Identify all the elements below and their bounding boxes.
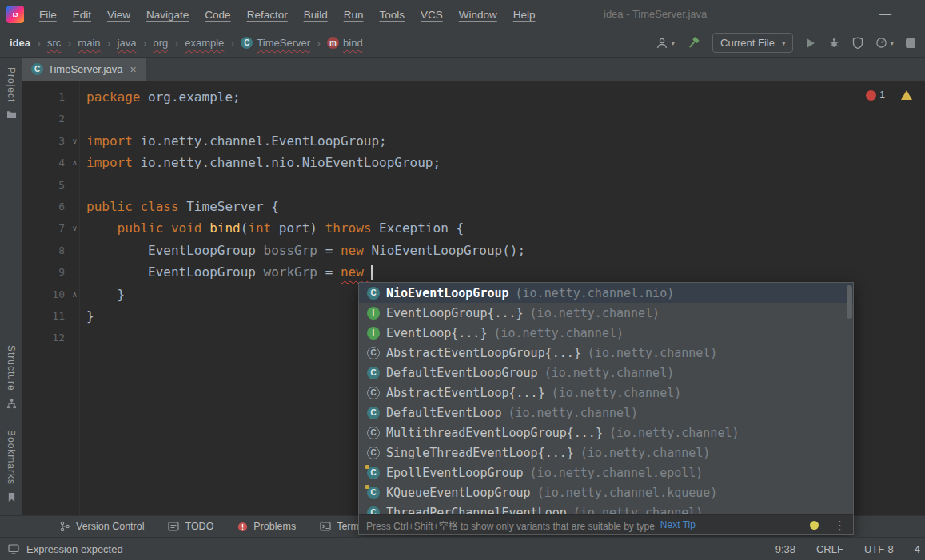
- menu-tools[interactable]: Tools: [372, 6, 412, 23]
- tab-timeserver-java[interactable]: C TimeServer.java ×: [22, 58, 146, 81]
- completion-name: ThreadPerChannelEventLoop: [386, 506, 567, 515]
- bug-icon: [828, 37, 840, 49]
- stop-icon: [906, 38, 915, 48]
- tool-button-problems[interactable]: Problems: [237, 521, 296, 532]
- completion-item[interactable]: IEventLoop{...}(io.netty.channel): [359, 323, 853, 343]
- line-number: 12: [52, 332, 65, 344]
- completion-item[interactable]: CThreadPerChannelEventLoop(io.netty.chan…: [359, 502, 853, 514]
- tool-button-label: Version Control: [76, 521, 144, 532]
- breadcrumb-label: src: [47, 37, 61, 49]
- class-icon: C: [31, 63, 43, 75]
- profiler-button[interactable]: ▾: [875, 37, 894, 49]
- line-separator[interactable]: CRLF: [816, 543, 843, 555]
- menu-edit[interactable]: Edit: [66, 6, 98, 23]
- next-tip-link[interactable]: Next Tip: [660, 519, 696, 530]
- breadcrumb-item-example[interactable]: example: [185, 37, 224, 49]
- debug-button[interactable]: [828, 37, 840, 49]
- code-line: import io.netty.channel.nio.NioEventLoop…: [86, 152, 925, 173]
- inspections-widget[interactable]: 1: [866, 89, 912, 101]
- indent-info[interactable]: 4: [915, 543, 920, 555]
- completion-item[interactable]: CAbstractEventLoop{...}(io.netty.channel…: [359, 383, 853, 403]
- fold-marker-icon[interactable]: ∧: [72, 152, 78, 173]
- completion-package: (io.netty.channel): [588, 346, 718, 360]
- tool-button-bookmarks[interactable]: Bookmarks: [6, 430, 17, 502]
- class-icon: C: [367, 347, 380, 359]
- close-icon[interactable]: ×: [130, 63, 136, 76]
- menu-file[interactable]: File: [32, 6, 64, 23]
- completion-name: EpollEventLoopGroup: [386, 466, 524, 480]
- tool-window-switcher-icon[interactable]: [8, 544, 19, 554]
- breadcrumb-item-timeserver[interactable]: CTimeServer: [241, 37, 310, 49]
- chevron-right-icon: ›: [37, 37, 41, 49]
- tool-button-structure[interactable]: Structure: [6, 345, 17, 409]
- line-number: 10: [52, 288, 65, 300]
- run-button[interactable]: [805, 38, 816, 49]
- ide-window: IJ FileEditViewNavigateCodeRefactorBuild…: [0, 0, 925, 560]
- user-account-button[interactable]: ▾: [656, 37, 675, 50]
- menu-vcs[interactable]: VCS: [413, 6, 450, 23]
- gutter-line: 10∧: [22, 284, 79, 305]
- menu-navigate[interactable]: Navigate: [139, 6, 196, 23]
- menu-refactor[interactable]: Refactor: [240, 6, 295, 23]
- breadcrumb-item-src[interactable]: src: [47, 37, 61, 49]
- chevron-right-icon: ›: [174, 37, 178, 49]
- completion-item[interactable]: CEpollEventLoopGroup(io.netty.channel.ep…: [359, 463, 853, 483]
- fold-marker-icon[interactable]: ∧: [72, 284, 78, 305]
- minimize-button[interactable]: —: [879, 0, 891, 29]
- interface-icon: I: [367, 327, 380, 340]
- completion-package: (io.netty.channel): [552, 386, 682, 400]
- line-number: 9: [58, 266, 65, 278]
- breadcrumb-item-java[interactable]: java: [118, 37, 137, 49]
- completion-item[interactable]: CDefaultEventLoop(io.netty.channel): [359, 403, 853, 423]
- fold-marker-icon[interactable]: ∨: [72, 217, 78, 239]
- gutter-line: 8: [22, 240, 79, 261]
- completion-item[interactable]: CMultithreadEventLoopGroup{...}(io.netty…: [359, 423, 853, 443]
- run-toolbar: ▾ Current File ▾ ▾: [656, 33, 915, 53]
- tool-button-project[interactable]: Project: [6, 67, 17, 119]
- caret-position[interactable]: 9:38: [775, 543, 795, 555]
- completion-scrollbar[interactable]: [847, 285, 852, 319]
- code-line: public class TimeServer {: [86, 196, 925, 217]
- menu-build[interactable]: Build: [297, 6, 335, 23]
- breadcrumb-item-org[interactable]: org: [153, 37, 168, 49]
- menu-help[interactable]: Help: [506, 6, 543, 23]
- breadcrumb-label: TimeServer: [257, 37, 310, 49]
- build-button[interactable]: [687, 36, 700, 50]
- navigation-bar: idea›src›main›java›org›example›CTimeServ…: [0, 29, 925, 58]
- line-number: 6: [58, 201, 65, 212]
- lightbulb-icon[interactable]: [810, 521, 819, 530]
- breadcrumb-item-idea[interactable]: idea: [10, 37, 30, 49]
- code-token: EventLoopGroup: [148, 264, 264, 280]
- code-token: import: [86, 155, 140, 170]
- code-token: new: [341, 264, 372, 280]
- completion-item[interactable]: CSingleThreadEventLoop{...}(io.netty.cha…: [359, 443, 853, 463]
- code-token: io.netty.channel.nio.NioEventLoopGroup;: [140, 155, 441, 170]
- breadcrumb-item-main[interactable]: main: [78, 37, 100, 49]
- menu-bar: FileEditViewNavigateCodeRefactorBuildRun…: [32, 6, 543, 23]
- more-options-icon[interactable]: ⋮: [834, 519, 846, 531]
- breadcrumb-item-bind[interactable]: mbind: [327, 37, 363, 49]
- run-configuration-select[interactable]: Current File ▾: [712, 33, 793, 53]
- completion-item[interactable]: CDefaultEventLoopGroup(io.netty.channel): [359, 363, 853, 383]
- completion-item[interactable]: CNioEventLoopGroup(io.netty.channel.nio): [359, 283, 853, 303]
- tab-label: TimeServer.java: [48, 63, 122, 75]
- completion-item[interactable]: CKQueueEventLoopGroup(io.netty.channel.k…: [359, 483, 853, 502]
- breadcrumb-label: idea: [10, 37, 30, 49]
- completion-package: (io.netty.channel.kqueue): [537, 486, 718, 500]
- run-with-coverage-button[interactable]: [852, 37, 863, 49]
- completion-item[interactable]: IEventLoopGroup{...}(io.netty.channel): [359, 303, 853, 323]
- menu-code[interactable]: Code: [197, 6, 237, 23]
- intellij-logo-icon: IJ: [6, 6, 24, 23]
- tool-button-todo[interactable]: TODO: [168, 521, 213, 532]
- stop-button[interactable]: [906, 38, 915, 48]
- completion-item[interactable]: CAbstractEventLoopGroup{...}(io.netty.ch…: [359, 343, 853, 363]
- code-token: package: [86, 89, 148, 105]
- fold-marker-icon[interactable]: ∨: [72, 130, 78, 152]
- warning-icon: [901, 90, 912, 100]
- completion-name: NioEventLoopGroup: [386, 286, 509, 300]
- tool-button-version-control[interactable]: Version Control: [59, 521, 144, 532]
- file-encoding[interactable]: UTF-8: [864, 543, 894, 555]
- menu-run[interactable]: Run: [337, 6, 371, 23]
- menu-window[interactable]: Window: [452, 6, 504, 23]
- menu-view[interactable]: View: [100, 6, 138, 23]
